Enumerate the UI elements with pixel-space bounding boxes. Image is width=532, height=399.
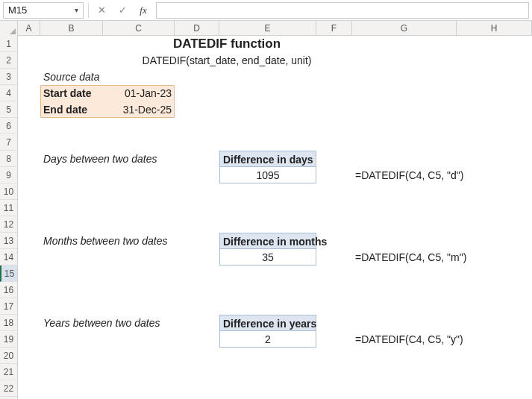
cancel-icon[interactable]: ✕ [93, 2, 110, 19]
row-header[interactable]: 17 [0, 298, 17, 315]
row-header[interactable]: 10 [0, 183, 17, 200]
chevron-down-icon: ▾ [75, 6, 78, 14]
end-date-value[interactable]: 31-Dec-25 [103, 101, 175, 118]
fx-icon[interactable]: fx [135, 2, 151, 19]
row-header[interactable]: 20 [0, 348, 17, 364]
page-title: DATEDIF function [18, 36, 436, 52]
col-header[interactable]: D [175, 21, 219, 36]
end-date-label: End date [40, 101, 103, 118]
row-header[interactable]: 11 [0, 200, 17, 216]
col-header[interactable]: E [219, 21, 316, 36]
months-value[interactable]: 35 [219, 249, 316, 266]
months-header: Difference in months [219, 233, 316, 249]
days-formula: =DATEDIF(C4, C5, "d") [352, 167, 466, 183]
row-header[interactable]: 4 [0, 85, 17, 101]
sheet-area[interactable]: DATEDIF function DATEDIF(start_date, end… [18, 36, 532, 399]
months-desc: Months between two dates [40, 233, 171, 249]
formula-bar: M15 ▾ ✕ ✓ fx [0, 0, 532, 21]
row-header[interactable]: 18 [0, 315, 17, 331]
col-header[interactable]: C [103, 21, 175, 36]
row-headers: 1234567891011121314151617181920212223 [0, 36, 18, 399]
source-header: Source data [40, 69, 103, 85]
row-header[interactable]: 8 [0, 151, 17, 167]
start-date-label: Start date [40, 85, 103, 101]
days-value[interactable]: 1095 [219, 167, 316, 183]
col-header[interactable]: G [352, 21, 457, 36]
row-header[interactable]: 7 [0, 134, 17, 151]
years-value[interactable]: 2 [219, 331, 316, 348]
row-header[interactable]: 9 [0, 167, 17, 183]
separator [88, 3, 89, 18]
row-header[interactable]: 21 [0, 364, 17, 380]
column-headers: A B C D E F G H [0, 21, 532, 36]
row-header[interactable]: 13 [0, 233, 17, 249]
row-header[interactable]: 12 [0, 216, 17, 233]
row-header[interactable]: 15 [0, 266, 17, 282]
row-header[interactable]: 6 [0, 118, 17, 134]
row-header[interactable]: 16 [0, 282, 17, 298]
days-header: Difference in days [219, 151, 316, 167]
spreadsheet-grid: A B C D E F G H 123456789101112131415161… [0, 21, 532, 399]
start-date-value[interactable]: 01-Jan-23 [103, 85, 175, 101]
years-desc: Years between two dates [40, 315, 163, 331]
row-header[interactable]: 14 [0, 249, 17, 266]
formula-input[interactable] [156, 2, 529, 19]
row-header[interactable]: 19 [0, 331, 17, 348]
row-header[interactable]: 2 [0, 52, 17, 69]
row-header[interactable]: 3 [0, 69, 17, 85]
col-header[interactable]: F [316, 21, 352, 36]
col-header[interactable]: H [457, 21, 532, 36]
select-all-triangle[interactable] [0, 21, 18, 36]
years-header: Difference in years [219, 315, 316, 331]
months-formula: =DATEDIF(C4, C5, "m") [352, 249, 469, 266]
days-desc: Days between two dates [40, 151, 160, 167]
row-header[interactable]: 1 [0, 36, 17, 52]
col-header[interactable]: B [40, 21, 103, 36]
row-header[interactable]: 5 [0, 101, 17, 118]
syntax-text: DATEDIF(start_date, end_date, unit) [18, 52, 436, 69]
confirm-icon[interactable]: ✓ [114, 2, 131, 19]
name-box[interactable]: M15 ▾ [3, 2, 84, 19]
row-header[interactable]: 22 [0, 380, 17, 397]
name-box-value: M15 [8, 4, 27, 16]
col-header[interactable]: A [18, 21, 40, 36]
years-formula: =DATEDIF(C4, C5, "y") [352, 331, 466, 348]
